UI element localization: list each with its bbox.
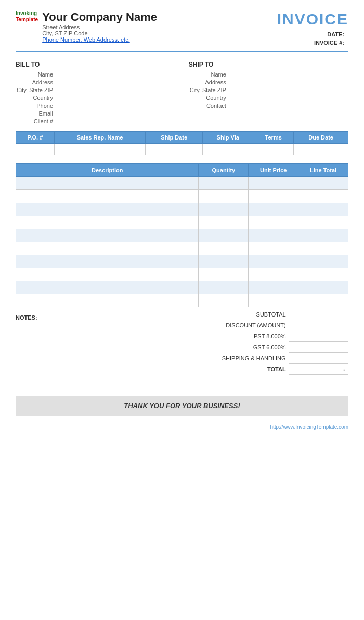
bill-client-value: [57, 118, 175, 124]
item-row: [16, 216, 348, 229]
bill-address-value: [57, 79, 175, 85]
item-desc: [16, 216, 199, 229]
ship-country-row: Country: [189, 95, 348, 101]
order-header-ship-date: Ship Date: [146, 132, 203, 144]
bill-email-label: Email: [16, 110, 57, 117]
invoice-meta: DATE: INVOICE #:: [314, 31, 348, 46]
bill-city-label: City, State ZIP: [16, 87, 57, 93]
item-price: [249, 203, 298, 216]
order-header-ship-via: Ship Via: [203, 132, 253, 144]
ship-city-value: [230, 87, 348, 93]
item-price: [249, 294, 298, 307]
item-qty: [199, 177, 249, 190]
number-row: INVOICE #:: [314, 40, 348, 46]
bottom-section: NOTES: SUBTOTAL - DISCOUNT (AMOUNT) - PS…: [16, 309, 348, 375]
thank-you-section: THANK YOU FOR YOUR BUSINESS!: [16, 396, 348, 416]
order-header-po: P.O. #: [16, 132, 55, 144]
bill-client-label: Client #: [16, 118, 57, 124]
item-row: [16, 242, 348, 255]
ship-name-row: Name: [189, 71, 348, 78]
order-due-date: [294, 144, 348, 155]
item-row: [16, 255, 348, 268]
ship-to-block: SHIP TO Name Address City, State ZIP Cou…: [189, 61, 348, 126]
item-price: [249, 190, 298, 203]
item-qty: [199, 294, 249, 307]
order-po: [16, 144, 55, 155]
bill-phone-value: [57, 103, 175, 109]
notes-label: NOTES:: [16, 314, 182, 321]
company-block: Invoking Template Your Company Name Stre…: [16, 10, 157, 43]
bill-to-header: BILL TO: [16, 61, 175, 68]
bill-ship-section: BILL TO Name Address City, State ZIP Cou…: [16, 61, 348, 126]
item-total: [298, 242, 348, 255]
item-desc: [16, 242, 199, 255]
ship-country-label: Country: [189, 95, 230, 101]
ship-contact-value: [230, 103, 348, 109]
order-ship-via: [203, 144, 253, 155]
bill-to-block: BILL TO Name Address City, State ZIP Cou…: [16, 61, 175, 126]
bill-name-label: Name: [16, 71, 57, 78]
item-row: [16, 203, 348, 216]
ship-city-label: City, State ZIP: [189, 87, 230, 93]
discount-label: DISCOUNT (AMOUNT): [189, 320, 289, 331]
footer-url[interactable]: http://www.InvoicingTemplate.com: [270, 424, 348, 430]
item-row: [16, 294, 348, 307]
number-label: INVOICE #:: [314, 40, 344, 46]
bill-phone-label: Phone: [16, 103, 57, 109]
item-desc: [16, 294, 199, 307]
bill-city-value: [57, 87, 175, 93]
bill-email-value: [57, 110, 175, 117]
item-total: [298, 294, 348, 307]
company-contact[interactable]: Phone Number, Web Address, etc.: [42, 36, 157, 43]
total-value: -: [289, 364, 348, 375]
logo: Invoking Template: [16, 10, 38, 23]
item-qty: [199, 281, 249, 294]
bill-name-row: Name: [16, 71, 175, 78]
bill-country-label: Country: [16, 95, 57, 101]
item-desc: [16, 255, 199, 268]
date-label: DATE:: [327, 31, 344, 37]
subtotal-row: SUBTOTAL -: [189, 309, 348, 320]
item-row: [16, 268, 348, 281]
item-desc: [16, 203, 199, 216]
item-total: [298, 281, 348, 294]
shipping-label: SHIPPING & HANDLING: [189, 353, 289, 364]
item-row: [16, 229, 348, 242]
item-price: [249, 216, 298, 229]
items-header-desc: Description: [16, 164, 199, 177]
thank-you-text: THANK YOU FOR YOUR BUSINESS!: [124, 402, 240, 410]
item-qty: [199, 255, 249, 268]
order-ship-date: [146, 144, 203, 155]
pst-row: PST 8.000% -: [189, 331, 348, 342]
ship-country-value: [230, 95, 348, 101]
footer: http://www.InvoicingTemplate.com: [16, 424, 348, 430]
total-label: TOTAL: [189, 364, 289, 375]
discount-row: DISCOUNT (AMOUNT) -: [189, 320, 348, 331]
item-desc: [16, 190, 199, 203]
ship-contact-row: Contact: [189, 103, 348, 109]
gst-label: GST 6.000%: [189, 342, 289, 353]
item-desc: [16, 281, 199, 294]
total-row: TOTAL -: [189, 364, 348, 375]
item-desc: [16, 177, 199, 190]
order-header-terms: Terms: [253, 132, 294, 144]
item-qty: [199, 216, 249, 229]
item-price: [249, 255, 298, 268]
company-street: Street Address: [42, 24, 157, 30]
item-price: [249, 268, 298, 281]
item-price: [249, 177, 298, 190]
item-total: [298, 255, 348, 268]
ship-address-value: [230, 79, 348, 85]
discount-value: -: [289, 320, 348, 331]
notes-area[interactable]: [16, 323, 192, 364]
header-divider: [16, 50, 348, 52]
totals-table: SUBTOTAL - DISCOUNT (AMOUNT) - PST 8.000…: [189, 309, 348, 375]
item-price: [249, 281, 298, 294]
bill-address-row: Address: [16, 79, 175, 85]
logo-template: Template: [16, 17, 38, 22]
company-info: Your Company Name Street Address City, S…: [42, 10, 157, 43]
order-row: [16, 144, 348, 155]
ship-name-value: [230, 71, 348, 78]
items-table: Description Quantity Unit Price Line Tot…: [16, 163, 348, 307]
bill-address-label: Address: [16, 79, 57, 85]
